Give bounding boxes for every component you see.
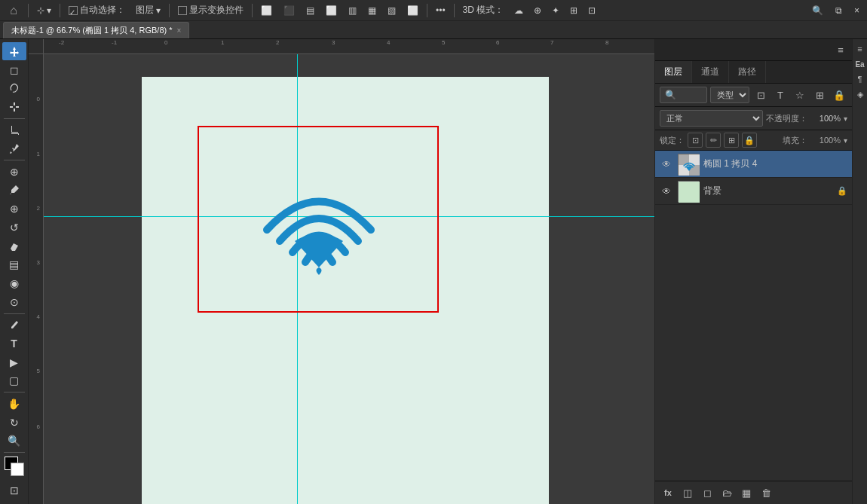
- auto-select-checkbox[interactable]: 自动选择：: [64, 2, 130, 20]
- mask-btn[interactable]: ◻: [699, 484, 715, 501]
- brush-tool[interactable]: [2, 182, 26, 200]
- svg-rect-4: [16, 106, 19, 108]
- panel-header: ≡: [655, 39, 852, 61]
- tab-channels[interactable]: 通道: [692, 61, 729, 83]
- document-tab[interactable]: 未标题-1 @ 66.7% (椭圆 1 拷贝 4, RGB/8) * ×: [3, 22, 189, 38]
- align-btn-8[interactable]: ⬜: [403, 2, 423, 20]
- layer-visibility-1[interactable]: 👁: [660, 185, 673, 198]
- pen-tool[interactable]: [2, 316, 26, 334]
- layer-dropdown[interactable]: 图层 ▾: [131, 2, 165, 20]
- tool-div-4: [4, 392, 25, 393]
- window-btn[interactable]: ⧉: [831, 2, 847, 20]
- document-canvas[interactable]: [142, 77, 549, 504]
- layer-name-1: 背景: [703, 185, 832, 197]
- rotate-tool[interactable]: ↻: [2, 414, 26, 432]
- view-btn-2[interactable]: ⊕: [529, 2, 546, 20]
- move-tool[interactable]: [2, 42, 26, 60]
- layer-visibility-0[interactable]: 👁: [660, 157, 673, 171]
- align-btn-5[interactable]: ▥: [344, 2, 361, 20]
- hand-tool[interactable]: ✋: [2, 395, 26, 413]
- layer-thumbnail-0: [678, 154, 699, 175]
- mini-tool-1[interactable]: ≡: [853, 42, 867, 56]
- healing-tool[interactable]: ⊕: [2, 163, 26, 181]
- type-tool[interactable]: T: [2, 334, 26, 353]
- adjustment-btn[interactable]: ◫: [679, 484, 696, 501]
- canvas-area[interactable]: -2 -1 0 1 2 3 4 5 6 7 8 0 1 2 3 4 5: [29, 39, 654, 504]
- quick-mask-tool[interactable]: ⊡: [2, 480, 26, 501]
- fx-btn[interactable]: fx: [660, 484, 676, 501]
- lock-all-btn[interactable]: 🔒: [742, 133, 757, 148]
- lock-pixels-btn[interactable]: ⊡: [688, 133, 703, 148]
- opacity-chevron[interactable]: ▾: [844, 115, 847, 123]
- layer-item-1[interactable]: 👁 背景 🔒: [655, 178, 852, 205]
- search-btn[interactable]: 🔍: [807, 2, 828, 20]
- stamp-tool[interactable]: ⊕: [2, 200, 26, 218]
- magic-wand-tool[interactable]: [2, 98, 26, 116]
- gradient-tool[interactable]: ▤: [2, 255, 26, 273]
- mini-tool-cube[interactable]: ◈: [853, 87, 867, 101]
- dodge-tool[interactable]: ⊙: [2, 293, 26, 311]
- align-btn-1[interactable]: ⬜: [256, 2, 277, 20]
- mode-3d-btn[interactable]: 3D 模式：: [458, 2, 509, 20]
- filter-icon-3[interactable]: ☆: [792, 87, 808, 103]
- marquee-tool[interactable]: ◻: [2, 61, 26, 79]
- wifi-svg: [238, 151, 400, 279]
- layer-item-0[interactable]: 👁 椭圆 1 拷贝 4: [655, 151, 852, 178]
- show-controls-checkbox[interactable]: 显示变换控件: [173, 2, 248, 20]
- filter-icon-1[interactable]: ⊡: [752, 87, 769, 103]
- type-select[interactable]: 类型: [710, 87, 749, 103]
- ruler-mark-4: 4: [387, 39, 390, 46]
- delete-layer-btn[interactable]: 🗑: [758, 484, 774, 501]
- zoom-tool[interactable]: 🔍: [2, 432, 26, 450]
- wifi-icon-container[interactable]: [238, 151, 400, 279]
- crop-tool[interactable]: [2, 121, 26, 139]
- align-btn-3[interactable]: ▤: [302, 2, 319, 20]
- color-picker-group[interactable]: [5, 457, 24, 476]
- more-btn[interactable]: •••: [431, 2, 450, 20]
- filter-icon-2[interactable]: T: [772, 87, 789, 103]
- fill-chevron[interactable]: ▾: [844, 136, 847, 145]
- new-group-btn[interactable]: 🗁: [718, 484, 735, 501]
- search-icon: 🔍: [665, 90, 676, 100]
- tab-label: 未标题-1 @ 66.7% (椭圆 1 拷贝 4, RGB/8) *: [11, 25, 173, 36]
- tool-div-2: [4, 160, 25, 160]
- search-box[interactable]: 🔍: [660, 87, 707, 103]
- tab-close-btn[interactable]: ×: [177, 26, 182, 35]
- eraser-tool[interactable]: [2, 237, 26, 255]
- history-tool[interactable]: ↺: [2, 218, 26, 237]
- tool-div-1: [4, 118, 25, 119]
- view-btn-1[interactable]: ☁: [510, 2, 528, 20]
- tab-paths[interactable]: 路径: [729, 61, 766, 83]
- view-btn-5[interactable]: ⊡: [584, 2, 600, 20]
- path-select-tool[interactable]: ▶: [2, 353, 26, 371]
- view-btn-4[interactable]: ⊞: [565, 2, 582, 20]
- background-color[interactable]: [11, 463, 24, 476]
- view-btn-3[interactable]: ✦: [547, 2, 564, 20]
- align-btn-7[interactable]: ▧: [383, 2, 400, 20]
- divider-6: [454, 4, 455, 17]
- filter-icon-4[interactable]: ⊞: [811, 87, 828, 103]
- divider-3: [169, 4, 170, 17]
- blur-tool[interactable]: ◉: [2, 274, 26, 292]
- move-tool-btn[interactable]: ⊹ ▾: [32, 2, 56, 20]
- home-icon[interactable]: ⌂: [3, 0, 24, 21]
- mini-tool-ea[interactable]: Ea: [853, 57, 867, 71]
- shape-tool[interactable]: ▢: [2, 371, 26, 389]
- lasso-tool[interactable]: [2, 79, 26, 97]
- align-btn-6[interactable]: ▦: [363, 2, 381, 20]
- canvas-content[interactable]: [44, 54, 654, 504]
- filter-icon-5[interactable]: 🔒: [831, 87, 847, 103]
- checkbox-icon: [69, 6, 78, 15]
- align-btn-4[interactable]: ⬜: [321, 2, 342, 20]
- search-input[interactable]: [679, 90, 702, 99]
- mini-tool-para[interactable]: ¶: [853, 72, 867, 86]
- eyedropper-tool[interactable]: [2, 139, 26, 157]
- tab-layers[interactable]: 图层: [655, 61, 692, 83]
- lock-artboard-btn[interactable]: ⊞: [724, 133, 739, 148]
- blend-mode-select[interactable]: 正常: [660, 110, 763, 127]
- new-layer-btn[interactable]: ▦: [738, 484, 755, 501]
- align-btn-2[interactable]: ⬛: [279, 2, 299, 20]
- close-btn[interactable]: ×: [850, 2, 864, 20]
- lock-position-btn[interactable]: ✏: [706, 133, 721, 148]
- panel-menu-icon[interactable]: ≡: [832, 41, 849, 58]
